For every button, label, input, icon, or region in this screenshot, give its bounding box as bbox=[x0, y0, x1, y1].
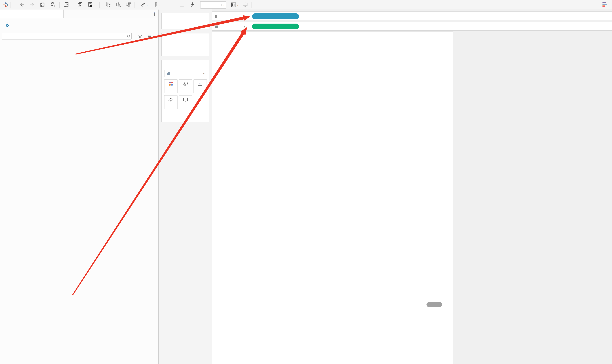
view-options-grid-icon[interactable] bbox=[147, 34, 152, 39]
toolbar-separator bbox=[135, 1, 135, 8]
tab-analytics[interactable] bbox=[64, 10, 158, 18]
duplicate-sheet-icon[interactable] bbox=[77, 1, 83, 8]
colour-button[interactable] bbox=[164, 79, 177, 93]
search-divider bbox=[145, 33, 145, 39]
view-options-caret[interactable]: ▾ bbox=[153, 35, 154, 38]
datasource-icon bbox=[3, 21, 9, 27]
save-icon[interactable] bbox=[39, 1, 46, 8]
sort-descending-icon[interactable] bbox=[125, 1, 132, 8]
show-hide-cards-icon[interactable] bbox=[230, 1, 237, 8]
pages-card-title bbox=[162, 13, 209, 15]
new-worksheet-icon[interactable] bbox=[63, 1, 70, 8]
group-paperclip-icon[interactable] bbox=[152, 1, 159, 8]
show-me-icon bbox=[602, 2, 608, 7]
filter-funnel-icon[interactable] bbox=[138, 34, 142, 39]
tooltip-button[interactable] bbox=[179, 95, 192, 109]
toolbar-separator bbox=[59, 1, 60, 8]
show-hide-cards-caret[interactable]: ▾ bbox=[237, 4, 238, 6]
new-worksheet-caret[interactable]: ▾ bbox=[70, 4, 71, 6]
redo-button[interactable] bbox=[29, 1, 36, 8]
worksheet bbox=[212, 32, 453, 364]
search-icon bbox=[127, 34, 131, 39]
rows-shelf-caret[interactable]: ▼ bbox=[244, 26, 246, 28]
show-me-button[interactable] bbox=[602, 1, 610, 8]
show-mark-labels-icon[interactable]: T bbox=[178, 1, 186, 8]
svg-text:T: T bbox=[199, 82, 201, 86]
tableau-logo-icon bbox=[2, 1, 9, 8]
svg-text:T: T bbox=[181, 3, 183, 7]
swap-rows-columns-icon[interactable] bbox=[105, 1, 111, 8]
dimensions-measures-divider bbox=[0, 150, 158, 150]
mark-type-caret: ▼ bbox=[203, 72, 205, 75]
size-button[interactable] bbox=[179, 79, 192, 93]
new-data-source-icon[interactable] bbox=[49, 1, 56, 8]
toolbar: ▾ ▾ bbox=[0, 0, 612, 10]
shelf-divider bbox=[249, 13, 249, 19]
columns-pill-borough-name[interactable] bbox=[252, 13, 299, 19]
rows-shelf-icon bbox=[215, 24, 219, 29]
rows-pill-sum-crime-rates[interactable] bbox=[252, 24, 299, 29]
detail-button[interactable] bbox=[164, 95, 177, 109]
fit-mode-caret: ▾ bbox=[221, 4, 224, 6]
columns-shelf-icon bbox=[215, 14, 219, 18]
clear-sheet-icon[interactable] bbox=[87, 1, 94, 8]
mark-type-dropdown[interactable]: ▼ bbox=[164, 70, 207, 77]
clear-sheet-caret[interactable]: ▾ bbox=[94, 4, 95, 6]
marks-card[interactable]: ▼ T bbox=[161, 60, 209, 122]
detail-icon bbox=[168, 97, 174, 103]
label-icon: T bbox=[197, 81, 203, 87]
group-caret[interactable]: ▾ bbox=[159, 4, 161, 6]
tooltip-icon bbox=[183, 97, 188, 103]
filters-card[interactable] bbox=[161, 33, 209, 56]
presentation-mode-icon[interactable] bbox=[242, 1, 249, 8]
tableau-desktop-window: ▾ ▾ bbox=[0, 0, 612, 364]
search-input[interactable] bbox=[1, 33, 132, 39]
data-pane-tabs: ▲▼ bbox=[0, 10, 158, 19]
highlight-caret[interactable]: ▾ bbox=[147, 4, 148, 6]
size-icon bbox=[183, 81, 188, 87]
filters-card-title bbox=[162, 33, 209, 36]
toolbar-separator bbox=[227, 1, 227, 8]
null-indicator-badge[interactable] bbox=[426, 302, 442, 307]
highlight-icon[interactable] bbox=[140, 1, 147, 8]
data-pane: ▲▼ bbox=[0, 10, 159, 364]
cards-column: ▼ T bbox=[159, 10, 212, 364]
datasource-row[interactable] bbox=[0, 19, 158, 30]
rows-shelf[interactable]: ▼ bbox=[212, 22, 612, 31]
pane-sort-icon[interactable]: ▲▼ bbox=[153, 12, 156, 16]
label-button[interactable]: T bbox=[193, 79, 207, 93]
shelf-divider bbox=[249, 23, 249, 30]
bar-mark-icon bbox=[167, 72, 171, 76]
columns-shelf[interactable] bbox=[212, 12, 612, 20]
colour-icon bbox=[168, 81, 174, 87]
marks-card-title bbox=[162, 60, 209, 62]
search-row: ▾ bbox=[0, 32, 158, 41]
toolbar-separator bbox=[251, 1, 251, 8]
toolbar-separator bbox=[11, 1, 11, 8]
lightning-icon[interactable] bbox=[189, 1, 196, 8]
toolbar-separator bbox=[99, 1, 100, 8]
pages-card[interactable] bbox=[161, 13, 209, 29]
sort-ascending-icon[interactable] bbox=[115, 1, 122, 8]
fit-mode-select[interactable]: ▾ bbox=[200, 1, 226, 9]
undo-button[interactable] bbox=[18, 1, 26, 8]
bar-chart[interactable] bbox=[212, 32, 453, 364]
tab-data[interactable] bbox=[0, 10, 64, 18]
